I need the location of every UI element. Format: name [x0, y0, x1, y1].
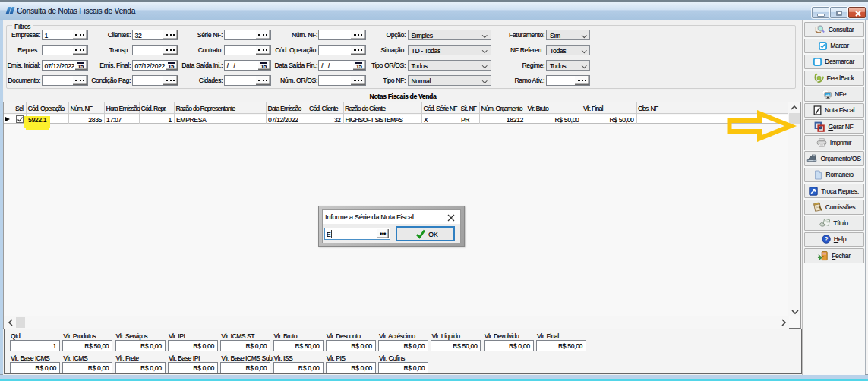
svg-text:?: ?: [824, 235, 828, 243]
